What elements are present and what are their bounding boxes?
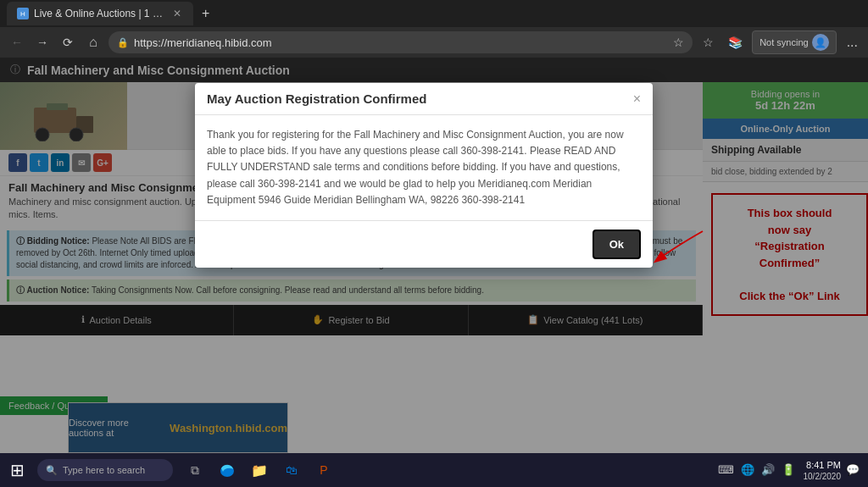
home-button[interactable]: ⌂ [83, 32, 103, 53]
new-tab-button[interactable]: + [197, 4, 214, 23]
sync-label: Not syncing [760, 37, 808, 47]
edge-icon [219, 462, 236, 479]
notification-icon[interactable]: 💬 [844, 462, 861, 478]
tab-title: Live & Online Auctions | 1 Resul... [34, 8, 166, 19]
battery-icon[interactable]: 🔋 [780, 462, 797, 478]
explorer-icon: 📁 [251, 462, 268, 479]
sync-area: ☆ 📚 Not syncing 👤 ... [698, 30, 861, 54]
taskbar-powerpoint-button[interactable]: P [309, 455, 339, 485]
tab-close-button[interactable]: ✕ [171, 6, 183, 21]
registration-modal: May Auction Registration Confirmed × Tha… [195, 83, 653, 268]
nav-bar: ← → ⟳ ⌂ 🔒 https://meridianeq.hibid.com ☆… [0, 27, 868, 58]
taskbar-store-button[interactable]: 🛍 [276, 455, 307, 485]
modal-body: Thank you for registering for the Fall M… [195, 115, 653, 220]
more-button[interactable]: ... [843, 33, 861, 52]
modal-close-button[interactable]: × [633, 92, 641, 106]
store-icon: 🛍 [286, 463, 298, 477]
keyboard-icon[interactable]: ⌨ [716, 462, 736, 478]
collections-button[interactable]: 📚 [725, 32, 745, 53]
lock-icon: 🔒 [117, 37, 129, 48]
ok-button[interactable]: Ok [593, 230, 641, 259]
system-time: 8:41 PM [804, 459, 842, 472]
clock-area[interactable]: 8:41 PM 10/2/2020 [800, 459, 842, 481]
sync-button[interactable]: Not syncing 👤 [752, 30, 836, 54]
address-bar[interactable]: 🔒 https://meridianeq.hibid.com ☆ [108, 31, 693, 53]
taskbar-search-placeholder: Type here to search [63, 465, 145, 475]
bookmark-button[interactable]: ☆ [673, 36, 684, 49]
forward-button[interactable]: → [32, 32, 53, 53]
back-button[interactable]: ← [7, 32, 27, 53]
taskbar-tray: ⌨ 🌐 🔊 🔋 8:41 PM 10/2/2020 💬 [709, 459, 869, 481]
modal-footer: Ok [195, 220, 653, 268]
network-icon[interactable]: 🌐 [739, 462, 756, 478]
taskbar-edge-button[interactable] [212, 455, 242, 485]
volume-icon[interactable]: 🔊 [760, 462, 776, 478]
modal-overlay: May Auction Registration Confirmed × Tha… [0, 58, 868, 453]
modal-title: May Auction Registration Confirmed [207, 91, 426, 106]
taskbar-search-icon: 🔍 [46, 465, 58, 476]
modal-header: May Auction Registration Confirmed × [195, 83, 653, 115]
address-text: https://meridianeq.hibid.com [134, 36, 668, 49]
favorites-button[interactable]: ☆ [698, 32, 718, 53]
browser-chrome: H Live & Online Auctions | 1 Resul... ✕ … [0, 0, 868, 58]
task-view-icon: ⧉ [191, 463, 199, 478]
task-view-button[interactable]: ⧉ [180, 455, 210, 485]
profile-icon: 👤 [812, 34, 829, 51]
active-tab[interactable]: H Live & Online Auctions | 1 Resul... ✕ [7, 2, 193, 25]
tab-favicon: H [17, 8, 29, 19]
taskbar-icons: ⧉ 📁 🛍 P [180, 455, 339, 485]
powerpoint-icon: P [320, 463, 327, 477]
tab-bar: H Live & Online Auctions | 1 Resul... ✕ … [0, 0, 868, 27]
taskbar-search-box[interactable]: 🔍 Type here to search [37, 459, 173, 481]
taskbar-explorer-button[interactable]: 📁 [244, 455, 275, 485]
taskbar: ⊞ 🔍 Type here to search ⧉ 📁 🛍 P ⌨ 🌐 🔊 🔋 [0, 453, 868, 487]
start-button[interactable]: ⊞ [0, 453, 34, 487]
system-date: 10/2/2020 [804, 472, 842, 481]
page-content: ⓘ Fall Machinery and Misc Consignment Au… [0, 58, 868, 453]
refresh-button[interactable]: ⟳ [58, 32, 78, 53]
